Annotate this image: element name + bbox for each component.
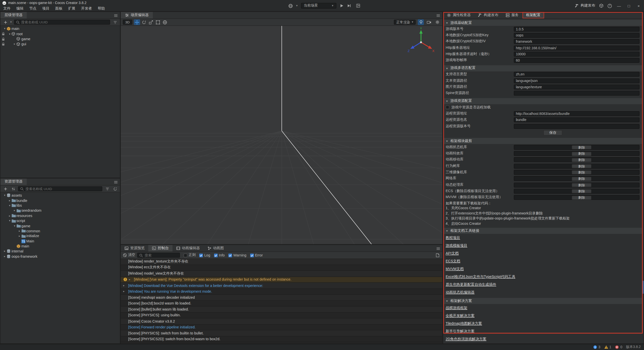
rotate-tool-button[interactable] — [141, 19, 147, 25]
log-row[interactable]: [Scene] [bullet]:bullet wasm lib loaded. — [121, 307, 442, 313]
log-row[interactable]: ▸[Window] Download the Vue Devtools exte… — [121, 283, 442, 289]
config-input[interactable]: zh,en — [514, 72, 640, 77]
doc-link[interactable]: MVVM文档 — [443, 265, 642, 273]
status-info-badge[interactable]: 3 — [593, 345, 600, 349]
lock-icon[interactable] — [2, 32, 5, 36]
config-input[interactable]: 1.0.5 — [514, 26, 640, 31]
doc-link[interactable]: 原生包热更新配置自动生成插件 — [443, 281, 642, 289]
expand-arrow-icon[interactable]: ▾ — [3, 27, 7, 30]
assets-tree-item[interactable]: ▸seedrandom — [1, 208, 120, 213]
section-header[interactable]: ▼游戏基础配置 — [443, 20, 642, 26]
doc-link[interactable]: 动画状态机编辑器 — [443, 289, 642, 296]
delete-module-button[interactable]: 删除 — [572, 170, 591, 174]
close-button[interactable]: × — [636, 4, 641, 8]
expand-arrow-icon[interactable]: ▸ — [123, 290, 127, 293]
create-node-button[interactable] — [3, 20, 8, 25]
package-icon[interactable] — [599, 4, 603, 8]
expand-arrow-icon[interactable]: ▸ — [18, 229, 21, 233]
status-error-badge[interactable]: 0 — [615, 345, 622, 349]
scene-settings-gear-icon[interactable] — [434, 19, 440, 25]
console-search-input[interactable]: 搜索 — [137, 253, 180, 258]
log-row[interactable]: [Scene] Forward render pipeline initiali… — [121, 324, 442, 330]
hierarchy-filter-icon[interactable] — [112, 20, 118, 25]
doc-link[interactable]: 新手引导解决方案 — [443, 328, 642, 335]
preview-platform-chevron-icon[interactable]: ▾ — [296, 4, 298, 7]
delete-module-button[interactable]: 删除 — [572, 196, 591, 200]
log-row[interactable]: [Window] ecs文件夹不存在 — [121, 265, 442, 271]
scene-light-toggle[interactable] — [418, 19, 424, 25]
expand-arrow-icon[interactable]: ▸ — [123, 284, 127, 287]
assets-filter-icon[interactable] — [104, 186, 110, 191]
filter-checkbox[interactable]: Error — [250, 253, 263, 257]
config-input[interactable] — [514, 124, 640, 129]
config-input[interactable]: 10000 — [514, 52, 640, 57]
menu-item[interactable]: 帮助 — [95, 5, 108, 11]
console-tab[interactable]: 控制台 — [148, 245, 172, 251]
create-node-chevron-icon[interactable]: ▾ — [10, 21, 12, 24]
inspector-tab[interactable]: 框架配置 — [522, 12, 544, 18]
section-header[interactable]: ▼框架文档工具链接 — [443, 228, 642, 234]
refresh-assets-icon[interactable] — [112, 186, 118, 191]
expand-arrow-icon[interactable]: ▸ — [13, 209, 17, 212]
expand-arrow-icon[interactable]: ▸ — [129, 278, 132, 281]
lock-icon[interactable] — [2, 42, 5, 46]
assets-tree-item[interactable]: ▾script — [1, 218, 120, 223]
scene-camera-icon[interactable] — [426, 19, 432, 25]
checkbox-icon[interactable] — [446, 106, 449, 109]
expand-arrow-icon[interactable]: ▾ — [13, 224, 17, 228]
expand-arrow-icon[interactable]: ▾ — [3, 194, 7, 197]
expand-arrow-icon[interactable]: ▸ — [8, 199, 12, 202]
log-row[interactable]: [Scene] [box2d]:box2d wasm lib loaded. — [121, 300, 442, 307]
delete-module-button[interactable]: 删除 — [572, 177, 591, 181]
log-row[interactable]: ▸[Window] [Vue warn]: Property "onInput"… — [121, 277, 442, 283]
play-button[interactable] — [339, 4, 343, 8]
panel-menu-icon[interactable] — [436, 246, 440, 250]
open-log-file-icon[interactable] — [434, 252, 440, 258]
section-header[interactable]: ▼框架解决方案 — [443, 298, 642, 304]
doc-link[interactable]: 战棋游戏框架 — [443, 304, 642, 312]
delete-module-button[interactable]: 删除 — [572, 152, 591, 156]
filter-checkbox[interactable]: Warning — [228, 253, 246, 257]
log-row[interactable]: [Scene] [PHYSICS]: using builtin. — [121, 313, 442, 319]
assets-tree-item[interactable]: main — [1, 244, 120, 249]
console-tab[interactable]: 动画图 — [204, 245, 227, 251]
assets-tree-item[interactable]: ▾assets — [1, 193, 120, 198]
menu-item[interactable]: 文件 — [1, 5, 14, 11]
layout-grid-button[interactable] — [356, 4, 360, 8]
panel-menu-icon[interactable] — [114, 180, 118, 184]
tab-scene-editor[interactable]: 场景编辑器 — [121, 12, 153, 18]
hierarchy-tree-item[interactable]: game — [1, 36, 120, 41]
scene-viewport[interactable]: Y X Z — [121, 26, 442, 244]
section-header[interactable]: ▼框架模块裁剪 — [443, 138, 642, 144]
section-header[interactable]: ▼游戏资源配置 — [443, 98, 642, 104]
config-input[interactable]: http://192.168.0.150/main/ — [514, 45, 640, 50]
maximize-button[interactable]: □ — [626, 4, 632, 8]
dimension-toggle-button[interactable]: 3D — [123, 20, 132, 25]
menu-item[interactable]: 扩展 — [65, 5, 78, 11]
scale-tool-button[interactable] — [148, 19, 154, 25]
doc-link[interactable]: 游戏模板项目 — [443, 242, 642, 250]
panel-menu-icon[interactable] — [114, 13, 118, 17]
move-tool-button[interactable] — [134, 19, 140, 25]
clear-console-button[interactable]: 清空 — [123, 253, 135, 258]
config-input[interactable]: language/texture — [514, 84, 640, 90]
doc-link[interactable]: 2D角色扮演游戏解决方案 — [443, 335, 642, 343]
preview-scene-select[interactable]: 当前场景 ▾ — [301, 3, 336, 9]
assets-search-input[interactable]: 搜索名称或 UUID — [18, 186, 102, 191]
expand-arrow-icon[interactable]: ▾ — [8, 219, 12, 223]
hierarchy-tree-item[interactable]: ▾root — [1, 31, 120, 36]
build-publish-button[interactable]: 构建发布 — [575, 3, 595, 8]
assets-tree-item[interactable]: ▸bundle — [1, 198, 120, 203]
doc-link[interactable]: 全栈开发解决方案 — [443, 312, 642, 320]
doc-link[interactable]: 3D角色扮演游戏解决方案 — [443, 343, 642, 343]
inspector-tab[interactable]: 构建发布 — [474, 12, 502, 18]
tab-assets[interactable]: 资源管理器 — [1, 179, 27, 185]
status-warn-badge[interactable]: 1 — [604, 345, 611, 349]
menu-item[interactable]: 项目 — [39, 5, 52, 11]
doc-link[interactable]: API文档 — [443, 250, 642, 257]
preview-platform-icon[interactable] — [288, 4, 293, 8]
delete-module-button[interactable]: 删除 — [572, 158, 591, 162]
console-tab[interactable]: 资源预览 — [121, 245, 148, 251]
log-row[interactable]: [Window] render_texture文件夹不存在 — [121, 259, 442, 265]
sort-assets-icon[interactable] — [10, 186, 16, 191]
